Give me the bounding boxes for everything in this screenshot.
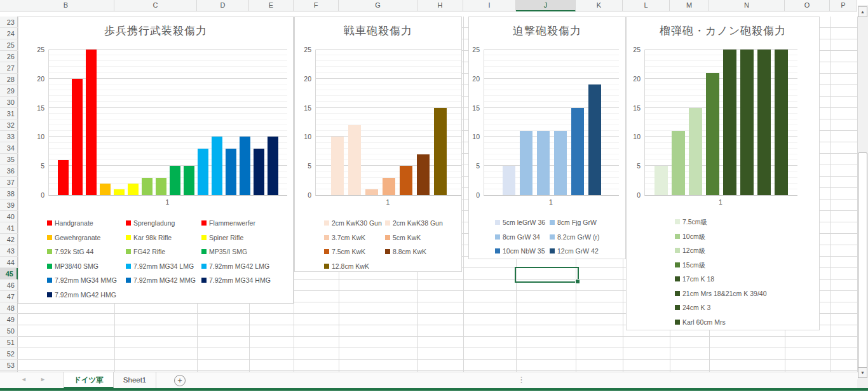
- legend-item[interactable]: 7.92mm MG34 LMG: [126, 262, 199, 270]
- selected-cell[interactable]: [515, 267, 579, 283]
- bar[interactable]: [100, 184, 111, 195]
- bar[interactable]: [740, 50, 754, 195]
- row-header-25[interactable]: 25: [0, 39, 18, 51]
- column-header-P[interactable]: P: [830, 0, 857, 11]
- legend-item[interactable]: 7.92mm MG42 MMG: [126, 276, 199, 284]
- column-header-C[interactable]: C: [114, 0, 197, 11]
- row-header-28[interactable]: 28: [0, 74, 18, 85]
- row-header-42[interactable]: 42: [0, 234, 18, 245]
- legend-item[interactable]: 8.8cm KwK: [385, 248, 443, 255]
- row-header-35[interactable]: 35: [0, 154, 18, 165]
- legend-item[interactable]: 7.92mm MG34 MMG: [47, 276, 123, 284]
- bar[interactable]: [537, 131, 550, 195]
- bar[interactable]: [254, 149, 264, 195]
- bar[interactable]: [654, 166, 668, 195]
- legend-item[interactable]: Spiner Rifle: [201, 234, 271, 241]
- legend-item[interactable]: 10cm級: [675, 233, 766, 240]
- legend-item[interactable]: 5cm KwK: [385, 234, 443, 241]
- chart-tank-guns[interactable]: 戦車砲殺傷力051015202512cm KwK30 Gun2cm KwK38 …: [294, 17, 462, 272]
- row-header-49[interactable]: 49: [0, 314, 18, 325]
- bar[interactable]: [170, 166, 180, 195]
- row-header-39[interactable]: 39: [0, 199, 18, 211]
- bar[interactable]: [58, 160, 69, 195]
- row-header-53[interactable]: 53: [0, 360, 18, 371]
- chart-howitzer-cannons[interactable]: 榴弾砲・カノン砲殺傷力051015202517.5cm級10cm級12cm級15…: [626, 17, 820, 330]
- row-header-33[interactable]: 33: [0, 131, 18, 142]
- row-header-48[interactable]: 48: [0, 302, 18, 314]
- legend-item[interactable]: 7.5cm級: [675, 218, 766, 226]
- bar[interactable]: [348, 125, 361, 195]
- add-sheet-button[interactable]: +: [174, 375, 186, 386]
- legend-item[interactable]: 2cm KwK38 Gun: [385, 219, 443, 227]
- bar[interactable]: [156, 178, 166, 195]
- legend-item[interactable]: 12cm級: [675, 247, 766, 254]
- legend-item[interactable]: 12cm GrW 42: [550, 247, 600, 255]
- prev-sheet-icon[interactable]: ◄: [21, 376, 27, 382]
- row-header-37[interactable]: 37: [0, 177, 18, 188]
- row-header-43[interactable]: 43: [0, 245, 18, 257]
- bar[interactable]: [672, 131, 685, 195]
- legend-item[interactable]: 21cm Mrs 18&21cm K 39/40: [675, 290, 766, 297]
- legend-item[interactable]: Karl 60cm Mrs: [675, 318, 766, 326]
- legend-item[interactable]: Sprengladung: [126, 219, 199, 227]
- legend-item[interactable]: 3.7cm KwK: [324, 234, 383, 241]
- column-header-G[interactable]: G: [339, 0, 417, 11]
- chart-infantry-weapons[interactable]: 歩兵携行武装殺傷力05101520251HandgranateSprenglad…: [18, 17, 294, 304]
- legend-item[interactable]: 7.5cm KwK: [324, 248, 383, 255]
- column-header-F[interactable]: F: [294, 0, 339, 11]
- legend-item[interactable]: 5cm leGrW 36: [495, 219, 547, 226]
- bar[interactable]: [268, 137, 278, 195]
- sheet-tab-active[interactable]: ドイツ軍: [64, 372, 114, 388]
- row-header-27[interactable]: 27: [0, 62, 18, 74]
- bar[interactable]: [434, 108, 447, 195]
- bar[interactable]: [757, 50, 771, 195]
- row-header-30[interactable]: 30: [0, 97, 18, 108]
- legend-item[interactable]: 15cm級: [675, 261, 766, 269]
- fill-handle[interactable]: [575, 279, 580, 284]
- bar[interactable]: [128, 184, 139, 195]
- legend-item[interactable]: 7.92mm MG34 HMG: [201, 276, 271, 284]
- legend-item[interactable]: 7.92mm MG42 HMG: [47, 291, 123, 299]
- column-header-O[interactable]: O: [785, 0, 830, 11]
- bar[interactable]: [72, 79, 83, 195]
- bar[interactable]: [689, 108, 702, 195]
- column-header-N[interactable]: N: [709, 0, 785, 11]
- bar[interactable]: [331, 137, 344, 195]
- legend-item[interactable]: FG42 Rifle: [126, 248, 199, 255]
- bar[interactable]: [706, 73, 719, 195]
- row-header-41[interactable]: 41: [0, 222, 18, 234]
- row-header-26[interactable]: 26: [0, 51, 18, 62]
- legend-item[interactable]: Kar 98k Rifle: [126, 234, 199, 241]
- legend-item[interactable]: 8cm Fjg GrW: [550, 219, 600, 226]
- row-header-45[interactable]: 45: [0, 268, 18, 280]
- legend-item[interactable]: MP38/40 SMG: [47, 262, 123, 270]
- row-header-36[interactable]: 36: [0, 165, 18, 177]
- row-header-34[interactable]: 34: [0, 142, 18, 154]
- row-header-29[interactable]: 29: [0, 85, 18, 97]
- column-header-D[interactable]: D: [197, 0, 249, 11]
- bar[interactable]: [400, 166, 412, 195]
- row-header-52[interactable]: 52: [0, 348, 18, 360]
- column-header-B[interactable]: B: [18, 0, 114, 11]
- column-header-J[interactable]: J: [516, 0, 576, 11]
- legend-item[interactable]: Handgranate: [47, 219, 123, 227]
- legend-item[interactable]: Flammenwerfer: [201, 219, 271, 227]
- bar[interactable]: [114, 189, 125, 195]
- bar[interactable]: [588, 84, 601, 195]
- row-header-32[interactable]: 32: [0, 119, 18, 131]
- bar[interactable]: [554, 131, 567, 195]
- tab-scroll-splitter-icon[interactable]: ⋮: [517, 375, 526, 384]
- bar[interactable]: [723, 50, 736, 195]
- bar[interactable]: [571, 108, 584, 195]
- column-header-I[interactable]: I: [463, 0, 516, 11]
- row-header-44[interactable]: 44: [0, 257, 18, 268]
- sheet-tab-inactive[interactable]: Sheet1: [114, 372, 156, 388]
- bar[interactable]: [212, 137, 222, 195]
- legend-item[interactable]: Gewehrgranate: [47, 234, 123, 241]
- bar[interactable]: [417, 154, 430, 195]
- row-header-51[interactable]: 51: [0, 337, 18, 348]
- legend-item[interactable]: 7.92k StG 44: [47, 248, 123, 255]
- row-header-40[interactable]: 40: [0, 211, 18, 222]
- bar[interactable]: [142, 178, 153, 195]
- legend-item[interactable]: 17cm K 18: [675, 275, 766, 283]
